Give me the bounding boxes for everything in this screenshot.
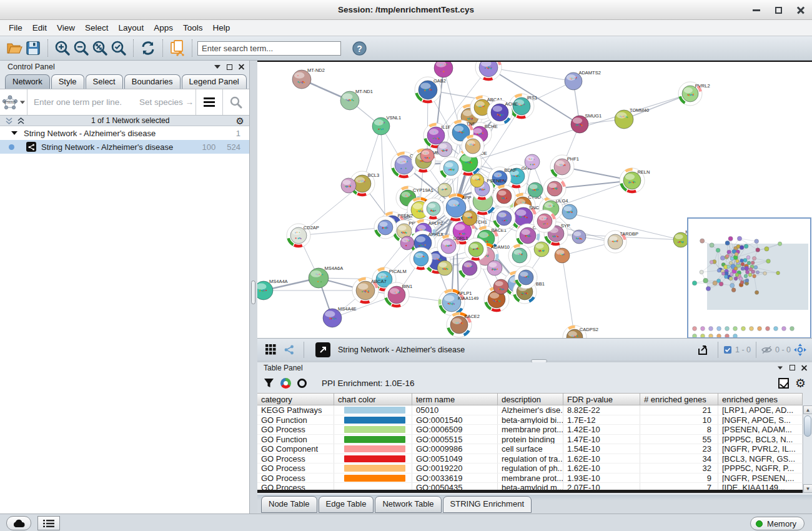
close-button[interactable] [797,6,805,14]
filter-icon[interactable] [264,378,274,389]
network-node[interactable]: PHF1 [550,155,579,179]
table-row[interactable]: KEGG Pathways05010Alzheimer's dise...8.8… [257,405,803,415]
network-node[interactable] [440,157,462,179]
enrichment-table[interactable]: KEGG Pathways05010Alzheimer's dise...8.8… [257,405,803,490]
zoom-out-icon[interactable] [72,39,91,57]
network-node[interactable]: CADPS2 [563,325,598,338]
task-history-button[interactable] [37,516,60,530]
menu-select[interactable]: Select [80,21,114,35]
network-node[interactable] [555,248,570,263]
menu-apps[interactable]: Apps [149,21,178,35]
menu-view[interactable]: View [52,21,80,35]
network-node[interactable]: CD2AP [287,224,319,247]
network-node[interactable] [470,174,484,187]
set-species-link[interactable]: Set species → [139,97,194,107]
network-node[interactable] [400,236,414,250]
network-node[interactable] [420,149,434,162]
column-header[interactable]: enriched genes [718,394,803,405]
network-node[interactable]: MT-ND2 [292,67,325,89]
column-header[interactable]: description [498,394,563,405]
tab-boundaries[interactable]: Boundaries [124,74,181,89]
column-header[interactable]: # enriched genes [640,394,718,405]
menu-file[interactable]: File [4,21,27,35]
network-node[interactable] [528,182,543,197]
network-node[interactable] [543,177,566,200]
network-node[interactable] [465,238,487,261]
zoom-selected-icon[interactable] [109,39,128,57]
tab-legend-panel[interactable]: Legend Panel [182,74,247,89]
network-node[interactable] [341,178,356,193]
network-node[interactable]: VSNL1 [372,115,401,135]
memory-button[interactable]: Memory [750,517,805,530]
network-node[interactable]: SORL1 [437,235,468,257]
close-panel-icon[interactable] [801,365,807,370]
network-node[interactable]: APLP1 [438,289,472,315]
tab-edge-table[interactable]: Edge Table [319,496,374,513]
tab-network[interactable]: Network [5,74,50,89]
select-terms-icon[interactable] [778,378,789,389]
network-canvas[interactable]: MT-ND2MT-ND1VSNL1GAB2ADAMTS2SMUG1TOMM40P… [257,61,812,338]
detach-view-button[interactable] [315,342,330,357]
network-node[interactable]: ADAMTS2 [565,70,601,90]
network-node[interactable]: SMUG1 [571,113,602,133]
network-node[interactable]: BIN1 [384,282,412,307]
scroll-down-icon[interactable]: ▼ [803,484,812,493]
open-file-icon[interactable] [5,39,24,57]
horizontal-scrollbar[interactable] [257,490,803,493]
column-header[interactable]: chart color [334,394,412,405]
network-node[interactable] [410,247,432,270]
table-row[interactable]: GO ComponentGO:0009986cell surface1.54E-… [257,444,803,454]
network-node[interactable] [508,244,531,267]
network-node[interactable]: TOMM40 [615,107,649,129]
network-node[interactable]: MS4A6A [309,266,343,288]
column-header[interactable]: term name [412,394,498,405]
table-settings-icon[interactable]: ⚙ [795,377,806,389]
float-panel-icon[interactable] [227,64,232,70]
network-node[interactable]: MS4A4E [323,306,357,327]
close-panel-icon[interactable] [239,64,244,70]
string-search-icon[interactable] [223,89,249,115]
network-node[interactable]: BACE2 [447,312,480,337]
network-node[interactable] [462,135,484,157]
network-node[interactable] [525,154,540,169]
network-node[interactable]: MS4A4A [257,279,288,300]
table-row[interactable]: GO FunctionGO:0001540beta-amyloid bi...1… [257,415,803,425]
export-network-icon[interactable] [694,340,713,359]
refresh-icon[interactable] [139,39,157,57]
search-input[interactable] [197,41,341,56]
table-row[interactable]: GO ProcessGO:0019220regulation of ph...1… [257,464,803,474]
table-row[interactable]: GO ProcessGO:0051049regulation of tra...… [257,454,803,464]
network-node[interactable] [534,242,549,257]
network-node[interactable] [493,207,515,229]
minimize-button[interactable] [753,9,760,11]
enrichment-chart-icon[interactable] [280,378,291,389]
save-session-icon[interactable] [24,39,42,57]
string-source-selector[interactable]: STRING [0,89,27,115]
network-node[interactable] [515,266,537,289]
network-node[interactable] [374,216,397,239]
maximize-button[interactable] [775,7,782,14]
cloud-services-button[interactable] [6,516,31,530]
expand-all-icon[interactable] [17,117,25,125]
tab-style[interactable]: Style [51,74,84,89]
network-node[interactable] [487,261,502,275]
network-gear-icon[interactable]: ⚙ [236,116,244,126]
network-node[interactable]: RELN [620,168,650,193]
network-node[interactable] [462,211,477,226]
pan-navigator-icon[interactable] [791,340,810,359]
scroll-up-icon[interactable]: ▲ [803,405,812,414]
panel-menu-icon[interactable] [778,366,783,369]
network-row-selected[interactable]: String Network - Alzheimer's disease 100… [0,140,249,154]
tab-string-enrichment[interactable]: STRING Enrichment [443,496,532,513]
network-node[interactable]: TARDBP [604,231,638,253]
network-node[interactable]: PVRL2 [678,82,710,106]
network-from-file-icon[interactable] [168,39,187,57]
zoom-fit-icon[interactable] [91,39,109,57]
vertical-scrollbar[interactable]: ▲ ▼ [803,405,812,493]
menu-layout[interactable]: Layout [114,21,149,35]
string-options-menu-icon[interactable] [196,89,222,115]
splitter-grip[interactable] [251,280,255,304]
table-row[interactable]: GO FunctionGO:0005515protein binding1.47… [257,435,803,445]
network-node[interactable]: MT-ND1 [340,89,373,110]
string-query-input[interactable]: Enter one term per line. Set species → [27,97,196,107]
